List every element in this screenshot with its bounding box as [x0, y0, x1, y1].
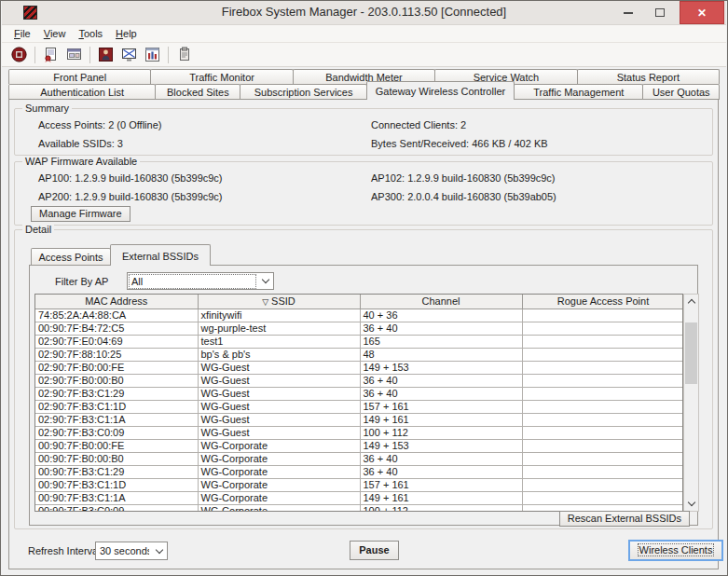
- cell-channel: 100 + 112: [360, 504, 522, 512]
- table-row[interactable]: 02:90:7F:B0:00:B0 WG-Guest 36 + 40: [35, 374, 683, 387]
- table-header-row: MAC Address ▽SSID Channel Rogue Access P…: [35, 295, 683, 309]
- table-row[interactable]: 00:90:7F:B0:00:B0 WG-Corporate 36 + 40: [35, 452, 683, 465]
- table-row[interactable]: 00:90:7F:B4:72:C5 wg-purple-test 36 + 40: [35, 322, 683, 335]
- refresh-interval-select[interactable]: 30 seconds: [95, 542, 168, 560]
- cell-ssid: WG-Corporate: [198, 504, 360, 512]
- cell-mac: 00:90:7F:B0:00:FE: [35, 439, 198, 452]
- manage-firmware-button[interactable]: Manage Firmware: [31, 206, 130, 222]
- close-icon: ✕: [697, 7, 707, 20]
- cell-channel: 40 + 36: [360, 309, 522, 322]
- stop-icon[interactable]: [9, 47, 28, 63]
- cell-rogue: [522, 439, 683, 452]
- scrollbar-thumb[interactable]: [685, 322, 697, 384]
- tab-access-points[interactable]: Access Points: [31, 248, 111, 266]
- table-row[interactable]: 74:85:2A:A4:88:CA xfinitywifi 40 + 36: [35, 309, 683, 322]
- tab[interactable]: Subscription Services: [240, 84, 367, 100]
- tab[interactable]: User Quotas: [642, 84, 720, 100]
- menu-item[interactable]: View: [37, 26, 73, 41]
- tab-external-bssids[interactable]: External BSSIDs: [110, 244, 211, 266]
- cell-mac: 02:90:7F:B3:C1:29: [35, 387, 198, 400]
- tab[interactable]: Authentication List: [8, 84, 156, 100]
- summary-title: Summary: [22, 103, 72, 114]
- performance-console-icon[interactable]: [143, 47, 161, 63]
- tab[interactable]: Gateway Wireless Controller: [366, 81, 515, 100]
- pause-button[interactable]: Pause: [350, 541, 399, 560]
- chevron-up-icon: [687, 299, 694, 307]
- tab[interactable]: Blocked Sites: [155, 84, 240, 100]
- cell-channel: 149 + 161: [360, 491, 522, 504]
- cell-rogue: [522, 322, 683, 335]
- tab[interactable]: Traffic Management: [514, 84, 643, 100]
- cell-mac: 02:90:7F:E0:04:69: [35, 335, 198, 348]
- certificate-document-icon[interactable]: [41, 47, 60, 63]
- cell-channel: 149 + 153: [360, 439, 522, 452]
- cell-mac: 74:85:2A:A4:88:CA: [35, 309, 198, 322]
- col-header-channel[interactable]: Channel: [360, 295, 522, 309]
- filter-by-ap-select[interactable]: All: [127, 272, 274, 290]
- table-row[interactable]: 02:90:7F:B0:00:FE WG-Guest 149 + 153: [35, 361, 683, 374]
- cell-rogue: [522, 491, 683, 504]
- rescan-external-bssids-button[interactable]: Rescan External BSSIDs: [559, 511, 690, 527]
- cell-mac: 00:90:7F:B0:00:B0: [35, 452, 198, 465]
- maximize-button[interactable]: [646, 1, 674, 24]
- cell-ssid: WG-Guest: [198, 400, 360, 413]
- report-icon[interactable]: [174, 47, 193, 63]
- cell-channel: 36 + 40: [360, 387, 522, 400]
- cell-rogue: [522, 335, 683, 348]
- bssid-table: MAC Address ▽SSID Channel Rogue Access P…: [34, 294, 683, 512]
- cell-channel: 36 + 40: [360, 452, 522, 465]
- col-header-mac[interactable]: MAC Address: [35, 295, 198, 309]
- table-row[interactable]: 02:90:7F:B3:C1:1D WG-Guest 157 + 161: [35, 400, 683, 413]
- chevron-down-icon: [257, 280, 273, 282]
- maximize-icon: [655, 8, 665, 17]
- toolbar-separator: [168, 47, 169, 63]
- cell-ssid: test1: [198, 335, 360, 348]
- sort-descending-icon: ▽: [262, 297, 268, 307]
- menu-item[interactable]: Help: [109, 26, 144, 41]
- cell-ssid: WG-Corporate: [198, 452, 360, 465]
- table-row[interactable]: 02:90:7F:B3:C1:29 WG-Guest 36 + 40: [35, 387, 683, 400]
- cell-ssid: WG-Guest: [198, 413, 360, 426]
- hostwatch-icon[interactable]: [119, 47, 138, 63]
- cell-ssid: WG-Corporate: [198, 439, 360, 452]
- front-panel-icon[interactable]: [64, 47, 83, 63]
- cell-ssid: WG-Guest: [198, 426, 360, 439]
- cell-mac: 02:90:7F:B0:00:B0: [35, 374, 198, 387]
- table-row[interactable]: 00:90:7F:B3:C1:1A WG-Corporate 149 + 161: [35, 491, 683, 504]
- table-row[interactable]: 00:90:7F:B0:00:FE WG-Corporate 149 + 153: [35, 439, 683, 452]
- close-button[interactable]: ✕: [680, 1, 724, 24]
- policy-manager-icon[interactable]: [96, 47, 115, 63]
- table-row[interactable]: 02:90:7F:E0:04:69 test1 165: [35, 335, 683, 348]
- cell-rogue: [522, 465, 683, 478]
- cell-channel: 157 + 161: [360, 478, 522, 491]
- table-row[interactable]: 02:90:7F:B3:C1:1A WG-Guest 149 + 161: [35, 413, 683, 426]
- scroll-down-button[interactable]: [684, 497, 698, 511]
- minimize-button[interactable]: [614, 1, 642, 24]
- cell-rogue: [522, 478, 683, 491]
- detail-title: Detail: [22, 224, 54, 235]
- tab[interactable]: Front Panel: [8, 69, 151, 84]
- access-points-stat: Access Points: 2 (0 Offline): [38, 119, 161, 130]
- table-scrollbar[interactable]: [683, 294, 699, 512]
- table-row[interactable]: 02:90:7F:88:10:25 bp's & pb's 48: [35, 348, 683, 361]
- firmware-entry: AP200: 1.2.9.9 build-160830 (5b399c9c): [38, 191, 223, 202]
- cell-ssid: WG-Guest: [198, 374, 360, 387]
- toolbar: [2, 43, 726, 67]
- table-row[interactable]: 00:90:7F:B3:C1:29 WG-Corporate 36 + 40: [35, 465, 683, 478]
- cell-rogue: [522, 452, 683, 465]
- menu-item[interactable]: Tools: [72, 26, 109, 41]
- cell-ssid: WG-Corporate: [198, 465, 360, 478]
- table-row[interactable]: 00:90:7F:B3:C1:1D WG-Corporate 157 + 161: [35, 478, 683, 491]
- cell-rogue: [522, 309, 683, 322]
- tab[interactable]: Status Report: [577, 69, 720, 84]
- menu-item[interactable]: File: [7, 26, 37, 41]
- scroll-up-button[interactable]: [684, 295, 698, 309]
- toolbar-separator: [89, 47, 90, 63]
- col-header-rogue[interactable]: Rogue Access Point: [522, 295, 683, 309]
- bytes-stat: Bytes Sent/Received: 466 KB / 402 KB: [371, 138, 548, 149]
- wireless-clients-button[interactable]: Wireless Clients: [628, 540, 723, 561]
- tab[interactable]: Traffic Monitor: [150, 69, 293, 84]
- firmware-entry: AP300: 2.0.0.4 build-160830 (5b39ab05): [371, 191, 556, 202]
- col-header-ssid[interactable]: ▽SSID: [198, 295, 360, 309]
- table-row[interactable]: 02:90:7F:B3:C0:09 WG-Guest 100 + 112: [35, 426, 683, 439]
